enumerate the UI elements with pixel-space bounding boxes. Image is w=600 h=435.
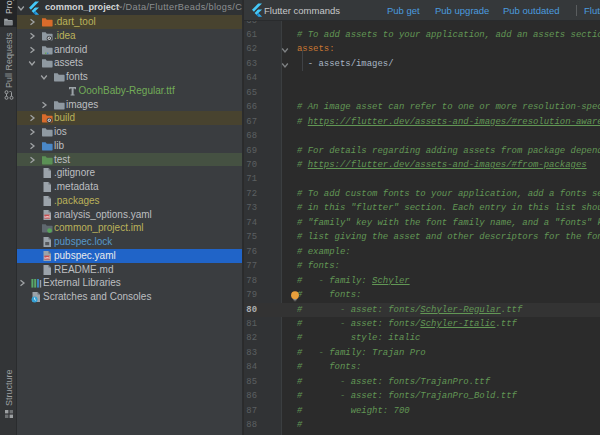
svg-text:uml: uml	[44, 256, 50, 260]
svg-text:uml: uml	[44, 214, 50, 218]
